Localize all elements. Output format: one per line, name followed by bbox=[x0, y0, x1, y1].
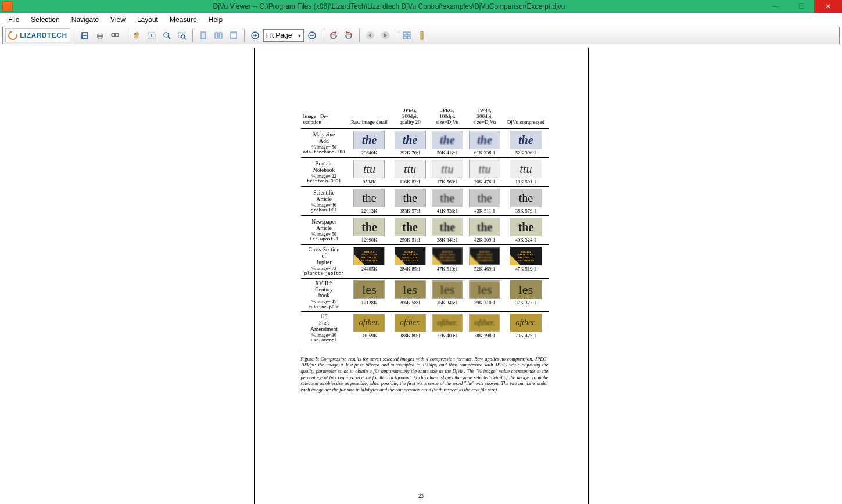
sample-caption: 73K 425:1 bbox=[505, 333, 546, 339]
sample-thumb: the bbox=[432, 131, 463, 149]
svg-rect-1 bbox=[83, 33, 87, 35]
sample-thumb: the bbox=[432, 189, 463, 207]
document-viewport[interactable]: Image De-scriptionRaw image detailJPEG,3… bbox=[0, 44, 842, 504]
text-select-button[interactable]: T bbox=[145, 28, 159, 42]
table-header: IW44,300dpi,size=DjVu bbox=[466, 106, 503, 129]
svg-rect-16 bbox=[201, 32, 206, 39]
sample-caption: 206K 58:1 bbox=[393, 300, 427, 305]
sample-caption: 61K 338:1 bbox=[468, 150, 501, 156]
ruler-button[interactable] bbox=[415, 28, 429, 42]
sample-cell: ROCKYSILICATESMETALLICELEMENTS24405K bbox=[347, 245, 392, 279]
sample-caption: 37K 327:1 bbox=[505, 300, 546, 305]
svg-point-6 bbox=[112, 33, 115, 37]
sample-thumb: les bbox=[432, 280, 463, 299]
sample-caption: 47K 519:1 bbox=[431, 266, 464, 272]
figure-caption: Figure 5: Compression results for seven … bbox=[301, 352, 549, 393]
menu-view[interactable]: View bbox=[106, 15, 130, 25]
svg-rect-18 bbox=[219, 33, 222, 38]
caption-label: Figure 5: bbox=[301, 356, 320, 362]
table-header: JPEG,100dpi,size=DjVu bbox=[429, 106, 466, 129]
sample-thumb: ofther. bbox=[469, 314, 500, 332]
thumbnails-button[interactable] bbox=[400, 28, 414, 42]
row-description: ScientificArticle% image= 46graham-001 bbox=[301, 187, 347, 216]
sample-caption: 78K 398:1 bbox=[468, 333, 501, 339]
sample-cell: the12990K bbox=[347, 216, 392, 245]
sample-cell: the38K 579:1 bbox=[503, 187, 548, 216]
sample-thumb: the bbox=[353, 131, 385, 149]
sample-thumb: the bbox=[395, 218, 426, 236]
prev-page-button[interactable] bbox=[363, 28, 377, 42]
sample-caption: 22013K bbox=[349, 208, 390, 214]
app-icon bbox=[2, 1, 13, 12]
sample-thumb: ROCKYSILICATESMETALLICELEMENTS bbox=[395, 247, 426, 265]
svg-rect-30 bbox=[403, 32, 406, 35]
sample-caption: 20K 476:1 bbox=[468, 179, 501, 185]
zoom-in-button[interactable] bbox=[248, 28, 262, 42]
sample-cell: les206K 58:1 bbox=[391, 278, 428, 312]
zoom-level-select[interactable]: Fit Page bbox=[263, 29, 304, 42]
sample-thumb: the bbox=[510, 189, 542, 207]
zoom-out-button[interactable] bbox=[305, 28, 319, 42]
sample-thumb: the bbox=[510, 218, 542, 236]
save-button[interactable] bbox=[78, 28, 92, 42]
rotate-right-button[interactable] bbox=[342, 28, 356, 42]
sample-cell: ofther.77K 403:1 bbox=[429, 312, 466, 345]
sample-cell: the41K 536:1 bbox=[429, 187, 466, 216]
sample-cell: the42K 309:1 bbox=[466, 216, 503, 245]
table-row: USFirstAmendment% image= 30usa-amend1oft… bbox=[301, 312, 549, 345]
lizardtech-icon bbox=[6, 29, 19, 42]
sample-caption: 77K 403:1 bbox=[431, 333, 464, 339]
toolbar: LIZARDTECH T Fit Page bbox=[2, 27, 840, 44]
menu-layout[interactable]: Layout bbox=[132, 15, 163, 25]
svg-rect-31 bbox=[407, 32, 410, 35]
sample-cell: the50K 412:1 bbox=[429, 129, 466, 158]
sample-cell: ROCKYSILICATESMETALLICELEMENTS47K 519:1 bbox=[503, 245, 548, 279]
page-number: 23 bbox=[255, 493, 588, 499]
menu-file[interactable]: File bbox=[3, 15, 24, 25]
sample-thumb: ROCKYSILICATESMETALLICELEMENTS bbox=[432, 247, 463, 265]
sample-cell: ROCKYSILICATESMETALLICELEMENTS47K 519:1 bbox=[429, 245, 466, 279]
sample-caption: 50K 412:1 bbox=[431, 150, 464, 156]
brand-logo[interactable]: LIZARDTECH bbox=[5, 28, 70, 42]
svg-point-11 bbox=[164, 33, 169, 37]
zoom-value: Fit Page bbox=[266, 31, 292, 39]
table-row: ScientificArticle% image= 46graham-001th… bbox=[301, 187, 549, 216]
sample-caption: 47K 519:1 bbox=[505, 266, 546, 272]
sample-caption: 43K 511:1 bbox=[468, 208, 501, 214]
sample-caption: 38K 341:1 bbox=[431, 237, 464, 243]
marquee-zoom-button[interactable] bbox=[175, 28, 189, 42]
sample-cell: the43K 511:1 bbox=[466, 187, 503, 216]
sample-caption: 116K 82:1 bbox=[393, 179, 427, 185]
continuous-button[interactable] bbox=[227, 28, 241, 42]
sample-thumb: ofther. bbox=[395, 314, 426, 332]
sample-thumb: ttu bbox=[469, 160, 500, 178]
sample-thumb: the bbox=[469, 131, 500, 149]
window-titlebar: DjVu Viewer -- C:\Program Files (x86)\Li… bbox=[0, 0, 842, 13]
sample-caption: 12990K bbox=[349, 237, 390, 243]
sample-cell: ofther.31059K bbox=[347, 312, 392, 345]
pan-tool-button[interactable] bbox=[130, 28, 144, 42]
menu-navigate[interactable]: Navigate bbox=[67, 15, 103, 25]
sample-thumb: les bbox=[353, 280, 385, 299]
facing-pages-button[interactable] bbox=[212, 28, 225, 42]
next-page-button[interactable] bbox=[378, 28, 392, 42]
menu-help[interactable]: Help bbox=[204, 15, 228, 25]
sample-cell: ROCKYSILICATESMETALLICELEMENTS284K 85:1 bbox=[391, 245, 428, 279]
print-button[interactable] bbox=[93, 28, 107, 42]
close-button[interactable]: ✕ bbox=[814, 0, 842, 13]
sample-thumb: les bbox=[510, 280, 542, 299]
zoom-tool-button[interactable] bbox=[160, 28, 174, 42]
menu-selection[interactable]: Selection bbox=[26, 15, 64, 25]
svg-line-12 bbox=[168, 37, 170, 39]
sample-caption: 52K 396:1 bbox=[505, 150, 546, 156]
single-page-button[interactable] bbox=[196, 28, 210, 42]
find-button[interactable] bbox=[108, 28, 122, 42]
minimize-button[interactable]: — bbox=[763, 0, 789, 13]
rotate-left-button[interactable] bbox=[327, 28, 341, 42]
maximize-button[interactable]: ☐ bbox=[789, 0, 814, 13]
sample-thumb: ROCKYSILICATESMETALLICELEMENTS bbox=[510, 247, 542, 265]
svg-rect-27 bbox=[347, 34, 350, 38]
sample-cell: the292K 70:1 bbox=[391, 129, 428, 158]
sample-caption: 292K 70:1 bbox=[393, 150, 427, 156]
menu-measure[interactable]: Measure bbox=[165, 15, 202, 25]
